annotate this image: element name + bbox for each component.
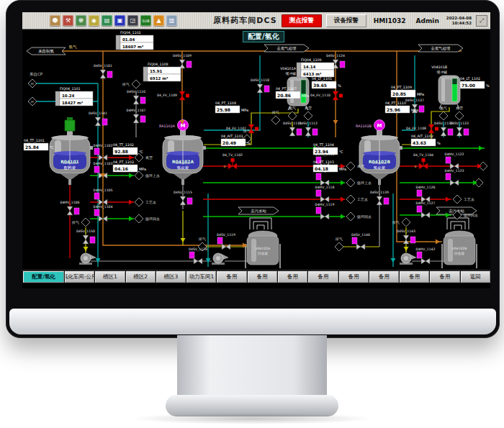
sub-icon[interactable]: SUB: [140, 15, 151, 26]
svg-text:缓冲罐: 缓冲罐: [437, 70, 448, 74]
tab-6[interactable]: 备用: [217, 271, 246, 283]
svg-text:FF: FF: [31, 101, 34, 104]
valve-04SV_1150[interactable]: 04SV_1150: [76, 229, 95, 244]
valve-04SV_1118[interactable]: 04SV_1118: [251, 78, 269, 93]
reactor-R04102A[interactable]: MRA1102AR04102A氢化釜: [159, 120, 206, 186]
tab-10[interactable]: 备用: [339, 271, 369, 283]
valve-04SV_1109[interactable]: 04SV_1109: [173, 54, 192, 68]
svg-text:10.24: 10.24: [62, 94, 75, 98]
control-valve-04_TV_1104[interactable]: 04_TV_11040: [413, 153, 433, 169]
svg-text:04SV_1128: 04SV_1128: [189, 247, 207, 252]
instrument-04_AIT_1102[interactable]: 04_AIT_110243.63%: [411, 135, 441, 146]
valve-04SV_1141[interactable]: 04SV_1141: [89, 111, 107, 126]
utility-diamond-16: 真空: [455, 106, 464, 120]
window-icon[interactable]: ◲: [127, 15, 138, 26]
tab-8[interactable]: 备用: [278, 271, 307, 283]
svg-text:FF: FF: [31, 83, 34, 86]
utility-diamond-1: FF: [28, 97, 37, 106]
alarm-bell-icon[interactable]: ▲: [153, 15, 164, 26]
tab-0[interactable]: 配置/氢化: [23, 271, 64, 283]
control-valve-04_TV_1102[interactable]: 04_TV_11020: [222, 153, 243, 169]
valve-04SV_1115[interactable]: 04SV_1115: [174, 191, 192, 205]
tank-V04102B[interactable]: V04102B回收罐: [442, 231, 477, 268]
valve-04MV_1107[interactable]: 04MV_1107: [127, 109, 146, 123]
device-alarm-button[interactable]: 设备报警: [326, 14, 366, 27]
control-valve-04_FV_1110[interactable]: 04_FV_1110: [310, 91, 343, 100]
instrument-04_TT_1101[interactable]: 04_TT_110125.84℃: [24, 139, 54, 150]
tab-12[interactable]: 备用: [400, 271, 429, 283]
monitor-icon[interactable]: ▣: [114, 15, 125, 26]
svg-text:15.91: 15.91: [150, 69, 163, 73]
svg-text:04SV_1140: 04SV_1140: [351, 233, 370, 237]
instrument-04_TT_1102[interactable]: 04_TT_110292.88℃: [113, 143, 143, 155]
svg-text:去尾气处理: 去尾气处理: [277, 46, 297, 51]
flow-arrow-3: [341, 197, 345, 202]
user-group-icon[interactable]: ☻: [50, 15, 60, 26]
instrument-FIQ04_1109[interactable]: FIQ04_110914.146413 m³: [297, 58, 334, 77]
valve-04SV_1101[interactable]: 04SV_1101: [94, 64, 112, 78]
tab-11[interactable]: 备用: [369, 271, 399, 283]
valve-04SV_1110[interactable]: 04SV_1110: [127, 90, 145, 104]
pump-2[interactable]: [400, 253, 416, 265]
flow-arrow-23: [84, 247, 89, 251]
instrument-04_LT_1102[interactable]: 04_LT_110275.00%: [460, 77, 490, 88]
tank-V04102A[interactable]: V04102A回收罐: [246, 231, 280, 268]
flow-banner-3: 去污水站: [238, 207, 279, 214]
tab-3[interactable]: 槽区2: [126, 271, 156, 283]
svg-text:℃: ℃: [339, 150, 343, 154]
svg-text:M: M: [181, 123, 186, 129]
point-alarm-button[interactable]: 测点报警: [282, 14, 322, 27]
tab-bar: 配置/氢化氢化车间-公用槽区1槽区2槽区3动力车间1备用备用备用备用备用备用备用…: [22, 270, 490, 283]
tab-1[interactable]: 氢化车间-公用: [65, 271, 94, 283]
note-icon[interactable]: ▥: [166, 15, 177, 26]
control-valve-04_FV_1107[interactable]: 04_FV_1107: [226, 124, 258, 133]
svg-text:R04101: R04101: [60, 159, 79, 164]
reactor-R04102B[interactable]: MRA1102BR04102B氢化釜: [356, 120, 402, 186]
svg-text:%: %: [486, 83, 490, 88]
tab-14[interactable]: 返回: [461, 271, 490, 283]
flow-arrow-17: [436, 240, 440, 245]
svg-text:FIQ04_1108: FIQ04_1108: [148, 63, 168, 67]
svg-text:04_TT_1104: 04_TT_1104: [313, 143, 334, 147]
cards-icon[interactable]: ▤: [102, 15, 112, 26]
svg-text:75.00: 75.00: [462, 83, 475, 88]
instrument-04_PT_1102[interactable]: 04_PT_110204.16MPa: [113, 160, 146, 172]
valve-04MV_1106[interactable]: 04MV_1106: [60, 201, 80, 215]
flow-arrow-6: [129, 173, 133, 178]
pump-1[interactable]: [212, 253, 228, 265]
tab-4[interactable]: 槽区3: [156, 271, 186, 283]
svg-text:排气: 排气: [335, 237, 343, 241]
reactor-R04101[interactable]: R04101配料釜: [50, 117, 93, 185]
vessel-V04101B[interactable]: V04101B缓冲罐: [431, 65, 460, 109]
instrument-04_TT_1104[interactable]: 04_TT_110423.94℃: [313, 143, 343, 155]
tools-icon[interactable]: ⚒: [63, 15, 73, 26]
tab-13[interactable]: 备用: [430, 271, 459, 283]
tab-7[interactable]: 备用: [248, 271, 277, 283]
svg-text:04_FV_1110: 04_FV_1110: [310, 94, 330, 98]
instrument-04_PT_1109[interactable]: 04_PT_110920.85MPa: [391, 86, 424, 97]
svg-text:39.65: 39.65: [313, 83, 327, 88]
svg-text:23.94: 23.94: [315, 149, 328, 154]
globe-icon[interactable]: ◉: [89, 15, 99, 26]
window-resize-icon[interactable]: ⤢: [476, 15, 487, 27]
svg-text:真空: 真空: [145, 155, 153, 160]
instrument-04_PT_1110[interactable]: 04_PT_111025.96MPa: [385, 101, 418, 113]
instrument-FIQ04_1102[interactable]: FIQ04_110201.0418607 m³: [116, 31, 153, 50]
tab-9[interactable]: 备用: [308, 271, 338, 283]
instrument-04_LT_1101[interactable]: 04_LT_110139.65%: [312, 77, 341, 88]
svg-text:氢气: 氢气: [68, 45, 78, 49]
svg-text:04_PT_1108: 04_PT_1108: [215, 101, 236, 106]
instrument-FIQ04_1101[interactable]: FIQ04_110110.2418427 m³: [55, 87, 93, 106]
tab-5[interactable]: 动力车间1: [186, 271, 216, 283]
instrument-FIQ04_1108[interactable]: FIQ04_110815.916912 m³: [143, 63, 181, 81]
pump-0[interactable]: [79, 253, 96, 265]
instrument-04_PT_1103[interactable]: 04_PT_110304.18MPa: [313, 160, 346, 172]
tab-2[interactable]: 槽区1: [95, 271, 125, 283]
control-valve-04_FV_1108[interactable]: 04_FV_1108: [406, 124, 438, 133]
instrument-04_PT_1108[interactable]: 04_PT_110825.98MPa: [215, 101, 248, 113]
svg-text:20.85: 20.85: [392, 91, 406, 96]
control-valve-04_FV_1109[interactable]: 04_FV_1109: [157, 91, 189, 100]
recycle-icon[interactable]: ♼: [76, 15, 86, 26]
valve-04SV_1139[interactable]: 04SV_1139: [370, 191, 389, 205]
utility-diamond-19: 排气: [335, 237, 343, 251]
